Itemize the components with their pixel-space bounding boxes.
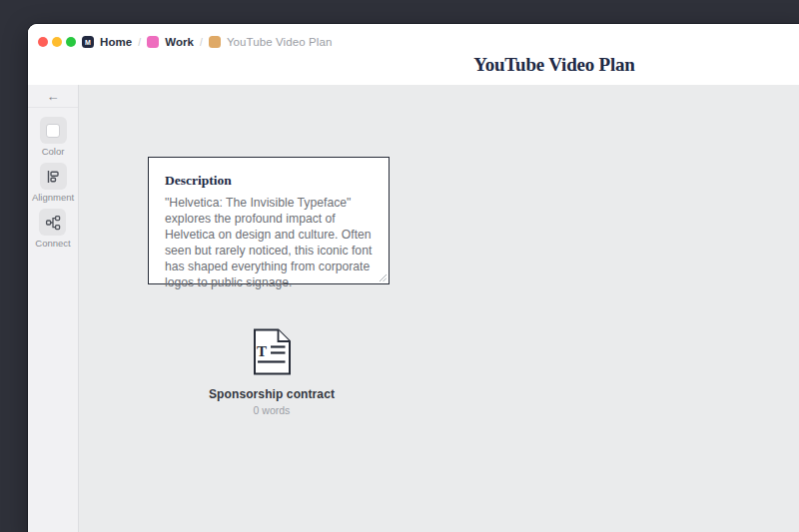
- page-title[interactable]: YouTube Video Plan: [473, 54, 634, 76]
- board-canvas[interactable]: Description "Helvetica: The Invisible Ty…: [79, 85, 799, 532]
- zoom-button[interactable]: [66, 37, 76, 47]
- breadcrumb-label: YouTube Video Plan: [227, 36, 333, 48]
- document-card-sponsorship-contract[interactable]: T Sponsorship contract 0 words: [187, 327, 357, 416]
- breadcrumb-label: Home: [100, 36, 132, 48]
- color-swatch-icon: [40, 117, 67, 144]
- tool-label: Connect: [35, 238, 70, 249]
- desktop-background: M Home / Work / YouTube Video Plan YouTu…: [0, 0, 799, 532]
- document-word-count: 0 words: [254, 404, 291, 416]
- toolbar-sidebar: ← Color: [28, 85, 79, 532]
- note-title: Description: [165, 173, 373, 189]
- note-body: "Helvetica: The Invisible Typeface" expl…: [165, 195, 373, 290]
- board-icon: [147, 36, 159, 48]
- alignment-icon: [40, 163, 67, 190]
- white-swatch: [46, 124, 60, 138]
- app-window: M Home / Work / YouTube Video Plan YouTu…: [28, 24, 799, 532]
- breadcrumb-separator: /: [138, 37, 141, 48]
- tool-connect[interactable]: Connect: [35, 209, 70, 249]
- breadcrumb-label: Work: [165, 36, 194, 48]
- document-title: Sponsorship contract: [209, 387, 335, 401]
- app-body: ← Color: [28, 85, 799, 532]
- back-button[interactable]: ←: [28, 85, 78, 108]
- text-document-icon: T: [248, 327, 297, 376]
- tool-list: Color Alignment: [28, 108, 78, 255]
- tool-color[interactable]: Color: [40, 117, 67, 157]
- board-icon: [209, 36, 221, 48]
- tool-label: Alignment: [32, 192, 74, 203]
- minimize-button[interactable]: [52, 37, 62, 47]
- resize-handle[interactable]: [378, 272, 387, 281]
- tool-alignment[interactable]: Alignment: [32, 163, 74, 203]
- breadcrumb-item-home[interactable]: M Home: [82, 36, 132, 48]
- milanote-logo-icon: M: [82, 36, 94, 48]
- note-card-description[interactable]: Description "Helvetica: The Invisible Ty…: [148, 157, 390, 284]
- breadcrumb-separator: /: [200, 37, 203, 48]
- document-letter: T: [257, 343, 267, 359]
- close-button[interactable]: [38, 37, 48, 47]
- connect-icon: [39, 209, 66, 236]
- breadcrumb-item-current[interactable]: YouTube Video Plan: [209, 36, 333, 48]
- titlebar: M Home / Work / YouTube Video Plan YouTu…: [28, 24, 799, 85]
- back-arrow-icon: ←: [47, 90, 60, 103]
- window-controls: [38, 37, 76, 47]
- tool-label: Color: [42, 146, 65, 157]
- breadcrumb-item-work[interactable]: Work: [147, 36, 194, 48]
- breadcrumb: M Home / Work / YouTube Video Plan: [82, 34, 332, 50]
